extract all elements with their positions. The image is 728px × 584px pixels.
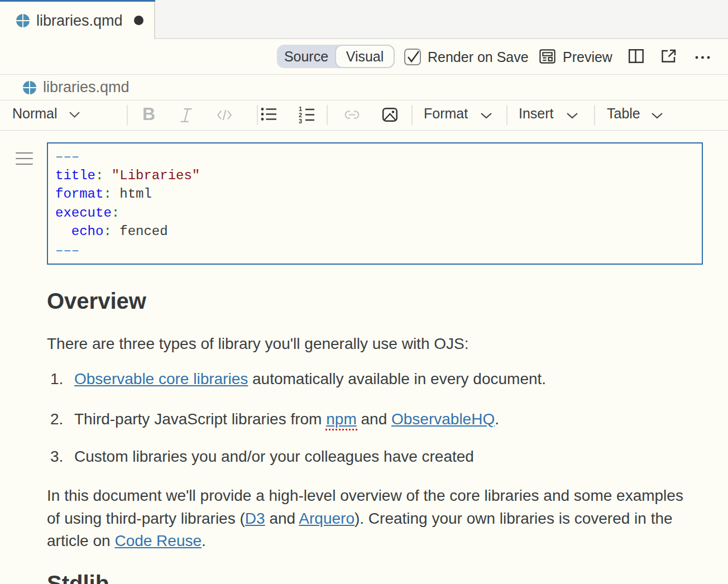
svg-text:3: 3 — [299, 118, 302, 123]
